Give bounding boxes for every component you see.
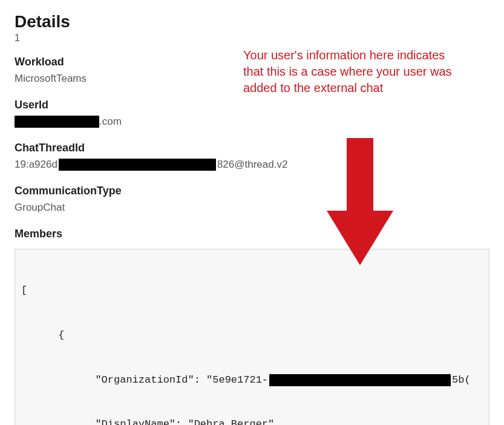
userid-redaction — [15, 116, 99, 128]
annotation-arrow-icon — [327, 138, 393, 265]
code-org-tail: 5b( — [452, 373, 471, 388]
chatthread-redaction — [59, 159, 216, 171]
chatthread-value: 19:a926d 826@thread.v2 — [15, 158, 489, 171]
commtype-value: GroupChat — [15, 201, 489, 214]
members-json-block: [ { "OrganizationId": "5e9e1721- 5b( "Di… — [15, 249, 489, 425]
record-count: 1 — [15, 33, 489, 44]
code-open-array: [ — [21, 283, 27, 298]
code-org-redaction — [269, 374, 451, 386]
chatthread-prefix: 19:a926d — [15, 158, 57, 171]
commtype-label: CommunicationType — [15, 185, 489, 197]
code-open-obj: { — [21, 328, 64, 343]
annotation-text: Your user's information here indicates t… — [243, 47, 461, 96]
svg-marker-0 — [327, 138, 393, 265]
page-title: Details — [15, 12, 489, 31]
userid-suffix: .com — [99, 115, 122, 128]
chatthread-label: ChatThreadId — [15, 142, 489, 154]
userid-label: UserId — [15, 99, 489, 111]
members-label: Members — [15, 228, 489, 240]
code-org-key: "OrganizationId": "5e9e1721- — [21, 373, 268, 388]
code-display: "DisplayName": "Debra Berger", — [21, 417, 280, 425]
userid-value: .com — [15, 115, 489, 128]
chatthread-suffix: 826@thread.v2 — [217, 158, 288, 171]
details-panel: Details 1 Workload MicrosoftTeams UserId… — [0, 0, 504, 425]
